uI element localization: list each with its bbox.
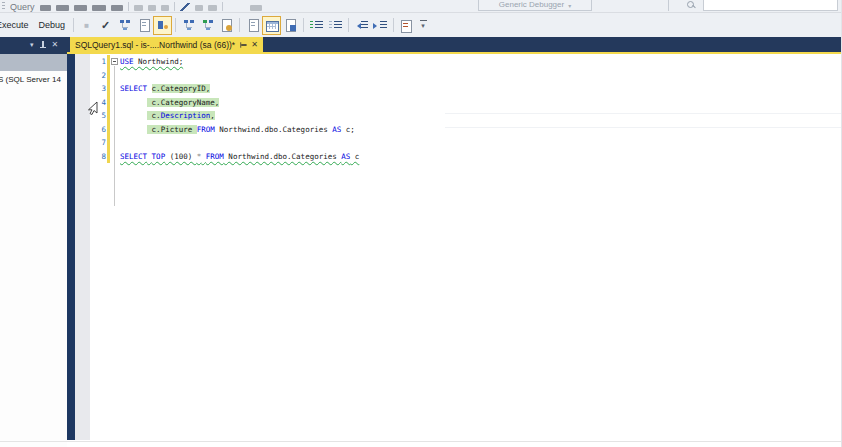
code-token: SELECT xyxy=(120,84,147,93)
line-number: 6 xyxy=(90,123,106,137)
object-explorer-server-node[interactable]: S (SQL Server 14 xyxy=(0,71,67,87)
code-token: c.CategoryID, xyxy=(152,84,211,93)
code-line[interactable]: USE Northwind; xyxy=(120,55,839,69)
template-parameters-icon[interactable] xyxy=(398,17,415,34)
toolbar-icon[interactable] xyxy=(40,5,51,11)
tab-title: SQLQuery1.sql - is-....Northwind (sa (66… xyxy=(75,40,235,50)
line-number: 3 xyxy=(90,82,106,96)
code-token: TOP xyxy=(152,152,166,161)
results-to-text-icon[interactable] xyxy=(244,17,261,34)
object-explorer-toolbar xyxy=(0,54,67,71)
code-token: FROM xyxy=(197,125,215,134)
line-number: 7 xyxy=(90,136,106,150)
increase-indent-icon[interactable] xyxy=(372,17,389,34)
code-line[interactable]: c.CategoryName, xyxy=(120,96,839,110)
code-fold-guide xyxy=(114,66,115,206)
pin-icon[interactable] xyxy=(40,41,46,49)
object-explorer-caption: ▾ ✕ xyxy=(30,37,58,52)
uncomment-icon[interactable] xyxy=(327,17,344,34)
parse-check-icon[interactable]: ✓ xyxy=(97,17,114,34)
query-menu-label[interactable]: Query xyxy=(10,2,35,12)
code-token: AS xyxy=(332,125,341,134)
code-fold-toggle[interactable] xyxy=(111,58,118,65)
code-line[interactable]: SELECT c.CategoryID, xyxy=(120,82,839,96)
code-token: SELECT xyxy=(120,152,147,161)
render-artifact xyxy=(445,113,841,114)
code-token xyxy=(120,125,147,134)
ssms-window: Query Generic Debugger ▾ Execute De xyxy=(0,0,842,447)
execute-button[interactable]: Execute xyxy=(0,20,29,30)
debug-button[interactable]: Debug xyxy=(39,20,66,30)
window-bottom-edge xyxy=(0,441,842,442)
code-token: Northwind.dbo.Categories xyxy=(215,125,332,134)
toolbar-icon[interactable] xyxy=(161,5,169,11)
decrease-indent-icon[interactable] xyxy=(353,17,370,34)
code-token xyxy=(120,111,147,120)
toolbar-icon[interactable] xyxy=(148,5,156,11)
code-token xyxy=(120,98,147,107)
query-toolbar: Execute Debug ■ ✓ ▾ xyxy=(0,13,842,37)
close-icon[interactable]: ✕ xyxy=(52,40,59,49)
toolbar-separator xyxy=(128,2,129,11)
live-query-stats-icon[interactable] xyxy=(199,17,216,34)
toolbar-icon[interactable] xyxy=(195,5,203,11)
main-toolbar: Query Generic Debugger ▾ xyxy=(0,0,842,13)
code-token: FROM xyxy=(206,152,224,161)
panel-splitter[interactable] xyxy=(67,54,75,440)
results-to-file-icon[interactable] xyxy=(282,17,299,34)
toolbar-separator xyxy=(348,18,349,32)
toolbar-icon[interactable] xyxy=(74,5,87,11)
mouse-cursor xyxy=(85,101,99,117)
toolbar-overflow-icon[interactable]: ▾ xyxy=(417,17,429,34)
code-token: c.CategoryName, xyxy=(147,98,219,107)
tab-strip: ▾ ✕ SQLQuery1.sql - is-....Northwind (sa… xyxy=(0,37,842,54)
results-to-grid-icon[interactable] xyxy=(263,17,280,34)
toolbar-icon[interactable] xyxy=(56,5,69,11)
toolbar-drag-handle[interactable] xyxy=(2,2,5,11)
code-token: c; xyxy=(341,125,355,134)
line-number: 2 xyxy=(90,69,106,83)
code-line[interactable] xyxy=(120,69,839,83)
render-artifact xyxy=(445,127,841,128)
code-token: c.Picture xyxy=(147,125,197,134)
intellisense-enabled-icon[interactable] xyxy=(154,17,171,34)
toolbar-separator xyxy=(175,18,176,32)
toolbar-separator xyxy=(174,2,175,11)
code-line[interactable]: c.Picture FROM Northwind.dbo.Categories … xyxy=(120,123,839,137)
code-token: AS xyxy=(341,152,350,161)
code-token: Description xyxy=(161,111,211,120)
code-token xyxy=(147,84,152,93)
close-icon[interactable]: ✕ xyxy=(251,40,258,49)
code-token: Northwind.dbo.Categories xyxy=(224,152,341,161)
chevron-down-icon[interactable]: ▾ xyxy=(30,41,34,49)
pen-icon[interactable] xyxy=(180,3,190,11)
code-line[interactable]: c.Description, xyxy=(120,109,839,123)
toolbar-icon[interactable] xyxy=(250,5,262,11)
generic-debugger-dropdown[interactable]: Generic Debugger ▾ xyxy=(478,0,592,11)
generic-debugger-label: Generic Debugger xyxy=(499,0,564,9)
toolbar-separator xyxy=(303,18,304,32)
comment-icon[interactable] xyxy=(308,17,325,34)
toolbar-icon[interactable] xyxy=(92,5,106,11)
client-stats-icon[interactable] xyxy=(218,17,235,34)
code-token: c. xyxy=(147,111,161,120)
code-line[interactable]: SELECT TOP (100) * FROM Northwind.dbo.Ca… xyxy=(120,150,839,164)
search-icon[interactable] xyxy=(687,1,696,10)
pin-icon[interactable] xyxy=(240,42,247,47)
toolbar-icon[interactable] xyxy=(134,5,143,11)
code-token: , xyxy=(210,111,215,120)
tab-sqlquery1[interactable]: SQLQuery1.sql - is-....Northwind (sa (66… xyxy=(70,37,263,52)
actual-plan-icon[interactable] xyxy=(180,17,197,34)
code-token: Northwind; xyxy=(134,57,184,66)
line-number: 1 xyxy=(90,55,106,69)
code-line[interactable] xyxy=(120,136,839,150)
query-options-icon[interactable] xyxy=(135,17,152,34)
server-node-label: S (SQL Server 14 xyxy=(0,75,61,84)
estimated-plan-icon[interactable] xyxy=(116,17,133,34)
toolbar-separator xyxy=(222,2,223,11)
change-tracking-bar xyxy=(107,55,110,163)
toolbar-icon[interactable] xyxy=(111,5,123,11)
stop-icon[interactable]: ■ xyxy=(78,17,95,34)
search-input[interactable] xyxy=(703,0,838,11)
toolbar-icon[interactable] xyxy=(208,5,217,11)
